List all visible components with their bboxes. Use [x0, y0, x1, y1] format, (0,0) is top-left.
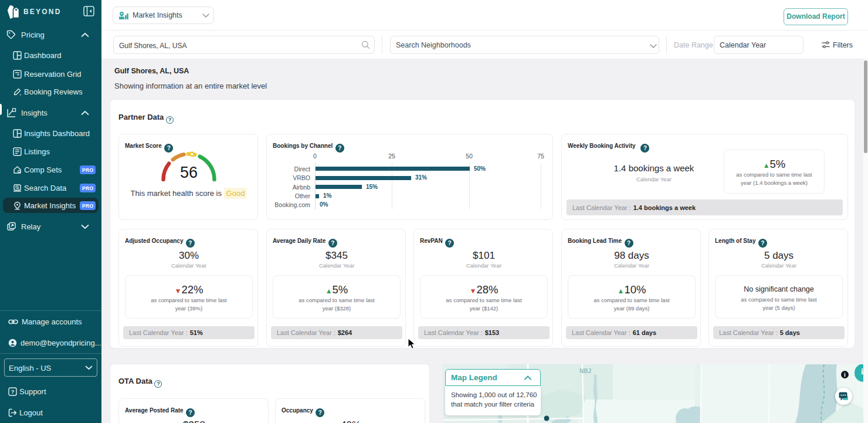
svg-text:NBJ: NBJ	[579, 368, 591, 374]
svg-text:?: ?	[11, 389, 15, 395]
